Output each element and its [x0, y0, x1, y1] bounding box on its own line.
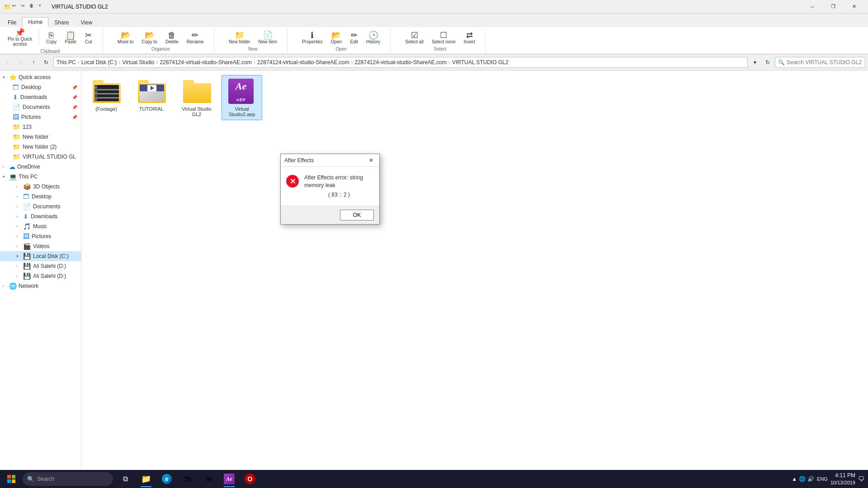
sidebar-ali-d1[interactable]: › 💾 Ali Salehi (D:) — [0, 261, 81, 271]
tab-home[interactable]: Home — [22, 17, 48, 27]
minimize-button[interactable]: ─ — [802, 0, 823, 14]
address-dropdown-button[interactable]: ▾ — [750, 57, 760, 68]
file-item-aep[interactable]: Ae AEP Virtual Studio2.aep — [222, 75, 262, 120]
delete-button[interactable]: 🗑 Delete — [162, 30, 182, 46]
path-share2[interactable]: 22874124-virtual-studio-ShareAE.com — [257, 59, 349, 66]
volume-icon[interactable]: 🔊 — [807, 476, 814, 482]
address-refresh-button[interactable]: ↻ — [762, 57, 773, 68]
selectnone-icon: ☐ — [440, 31, 447, 39]
sidebar-item-documents[interactable]: 📄 Documents 📌 — [0, 102, 81, 112]
taskbar-opera[interactable]: O — [240, 470, 260, 488]
sidebar-item-123[interactable]: 📁 123 — [0, 122, 81, 132]
taskbar-edge[interactable]: e — [156, 470, 177, 488]
3d-icon: 📦 — [23, 183, 31, 190]
paste-button[interactable]: 📋 Paste — [61, 30, 80, 46]
path-folder[interactable]: VIRTUAL STUDIO GL2 — [452, 59, 509, 66]
sidebar-thispc-pictures[interactable]: › 🖼 Pictures — [0, 231, 81, 241]
start-button[interactable] — [0, 470, 23, 488]
copy-button[interactable]: ⎘ Copy — [43, 30, 60, 46]
pin-icon: 📌 — [15, 28, 25, 37]
move-to-button[interactable]: 📂 Move to — [114, 30, 137, 46]
file-item-vs-folder[interactable]: Virtual StudioGL2 — [176, 75, 217, 120]
taskbar-search-box[interactable]: 🔍 Search — [23, 472, 113, 486]
select-none-button[interactable]: ☐ Select none — [429, 30, 459, 46]
sidebar-pictures-label: Pictures — [21, 114, 41, 120]
sidebar-downloads-label: Downloads — [20, 94, 47, 100]
new-folder-button[interactable]: 📁 New folder — [226, 30, 254, 46]
sidebar-thispc-desktop[interactable]: › 🗔 Desktop — [0, 192, 81, 202]
taskbar-file-explorer[interactable]: 📁 — [136, 470, 156, 488]
search-box[interactable]: 🔍 — [775, 57, 865, 68]
vs-folder-label: Virtual StudioGL2 — [182, 106, 211, 117]
select-all-button[interactable]: ☑ Select all — [402, 30, 427, 46]
sidebar-3d-objects[interactable]: › 📦 3D Objects — [0, 182, 81, 192]
network-section[interactable]: › 🌐 Network — [0, 281, 81, 291]
close-button[interactable]: ✕ — [844, 0, 864, 14]
address-path[interactable]: This PC › Local Disk (C:) › Virtual Stud… — [53, 57, 748, 68]
dialog-ok-button[interactable]: OK — [340, 210, 374, 221]
new-folder-icon: 📁 — [235, 31, 245, 39]
maximize-button[interactable]: ❐ — [823, 0, 844, 14]
sidebar-item-desktop[interactable]: 🗔 Desktop 📌 — [0, 82, 81, 92]
quick-access-section[interactable]: ▾ ⭐ Quick access — [0, 72, 81, 82]
file-item-tutorial[interactable]: TUTORIAL — [131, 75, 172, 120]
sidebar-item-new-folder[interactable]: 📁 New folder — [0, 132, 81, 142]
search-input[interactable] — [787, 59, 862, 66]
refresh-button[interactable]: ↻ — [41, 57, 52, 68]
tray-arrow-icon[interactable]: ▲ — [792, 476, 797, 482]
sidebar-local-disk[interactable]: ▾ 💾 Local Disk (C:) — [0, 251, 81, 261]
path-thispc[interactable]: This PC — [57, 59, 76, 66]
notification-icon[interactable]: 🗨 — [858, 475, 864, 483]
path-share1[interactable]: 22874124-virtual-studio-ShareAE.com — [160, 59, 252, 66]
taskbar-after-effects[interactable]: Ae — [219, 470, 240, 488]
sidebar-item-virtual-studio[interactable]: 📁 VIRTUAL STUDIO GL — [0, 152, 81, 162]
cut-button[interactable]: ✂ Cut — [81, 30, 96, 46]
dialog-body: ✕ After Effects error: string memory lea… — [281, 167, 379, 206]
taskbar-task-view[interactable]: ⧉ — [115, 470, 136, 488]
network-tray-icon[interactable]: 🌐 — [799, 476, 806, 482]
invert-selection-button[interactable]: ⇄ Invert — [461, 30, 478, 46]
sidebar-thispc-documents[interactable]: › 📄 Documents — [0, 202, 81, 211]
open-button[interactable]: 📂 Open — [328, 30, 345, 46]
path-virtualstudio[interactable]: Virtual Studio — [122, 59, 154, 66]
sidebar-videos[interactable]: › 🎬 Videos — [0, 241, 81, 251]
copy-to-button[interactable]: 📂 Copy to — [138, 30, 160, 46]
dialog-close-button[interactable]: ✕ — [367, 156, 376, 165]
sidebar-item-pictures[interactable]: 🖼 Pictures 📌 — [0, 112, 81, 122]
sidebar-item-downloads[interactable]: ⬇ Downloads 📌 — [0, 92, 81, 102]
footage-icon — [93, 78, 120, 105]
cut-label: Cut — [85, 39, 92, 44]
edit-icon: ✏ — [351, 31, 358, 39]
folder-123-icon: 📁 — [13, 123, 20, 131]
path-localdisk[interactable]: Local Disk (C:) — [81, 59, 117, 66]
sidebar-thispc-downloads[interactable]: › ⬇ Downloads — [0, 211, 81, 221]
taskbar-store[interactable]: 🛍 — [177, 470, 198, 488]
qat-dropdown[interactable]: ▾ — [39, 3, 46, 10]
sidebar-music[interactable]: › 🎵 Music — [0, 221, 81, 231]
this-pc-section[interactable]: ▾ 💻 This PC — [0, 172, 81, 182]
taskbar-mail[interactable]: ✉ — [198, 470, 219, 488]
history-button[interactable]: 🕒 History — [363, 30, 383, 46]
back-button[interactable]: ← — [3, 57, 14, 68]
history-label: History — [366, 39, 380, 44]
docs2-icon: 📄 — [23, 203, 31, 210]
up-button[interactable]: ↑ — [28, 57, 39, 68]
new-item-button[interactable]: 📄 New item — [255, 30, 280, 46]
pin-label2: access — [13, 42, 27, 47]
forward-button[interactable]: → — [15, 57, 26, 68]
properties-button[interactable]: ℹ Properties — [299, 30, 326, 46]
sidebar-item-new-folder2[interactable]: 📁 New folder (2) — [0, 142, 81, 152]
edit-button[interactable]: ✏ Edit — [347, 30, 361, 46]
onedrive-section[interactable]: › ☁ OneDrive — [0, 162, 81, 172]
sidebar-ali-d2[interactable]: › 💾 Ali Salehi (D:) — [0, 271, 81, 281]
file-item-footage[interactable]: (Footage) — [86, 75, 127, 120]
cut-icon: ✂ — [85, 31, 92, 39]
title-bar: 📁 ↩ ↪ 🗑 ▾ VIRTUAL STUDIO GL2 ─ ❐ ✕ — [0, 0, 868, 14]
pin-button[interactable]: 📌 Pin to Quick access — [5, 27, 35, 48]
path-share3[interactable]: 22874124-virtual-studio-ShareAE.com — [354, 59, 446, 66]
taskbar-clock[interactable]: 4:11 PM 10/13/2019 — [830, 472, 855, 486]
tab-file[interactable]: File — [2, 17, 22, 27]
tab-view[interactable]: View — [75, 17, 98, 27]
tab-share[interactable]: Share — [48, 17, 75, 27]
rename-button[interactable]: ✏ Rename — [184, 30, 207, 46]
